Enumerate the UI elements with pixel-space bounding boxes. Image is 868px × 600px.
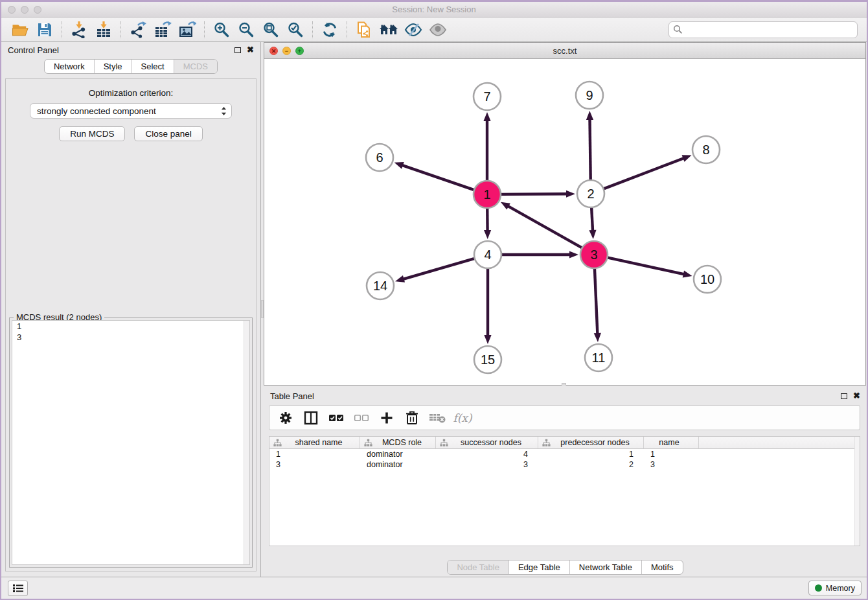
mcds-panel: Optimization criterion: strongly connect… <box>5 78 257 571</box>
function-builder-icon: f(x) <box>454 410 471 426</box>
tab-mcds[interactable]: MCDS <box>174 60 217 73</box>
edge-3-11[interactable] <box>595 269 597 335</box>
network-close-icon[interactable]: ✕ <box>269 47 278 55</box>
column-header-shared-name[interactable]: shared name <box>269 437 360 448</box>
tab-style[interactable]: Style <box>94 60 131 73</box>
memory-button[interactable]: Memory <box>808 581 862 595</box>
edge-4-14[interactable] <box>402 259 474 279</box>
zoom-out-icon[interactable] <box>234 19 258 40</box>
gear-icon[interactable] <box>277 410 294 426</box>
tab-edge-table[interactable]: Edge Table <box>508 560 569 574</box>
task-history-button[interactable] <box>8 581 28 596</box>
window-title: Session: New Session <box>392 5 475 14</box>
table-cell[interactable]: 3 <box>269 460 360 469</box>
network-window-title: scc.txt <box>553 46 577 56</box>
save-session-icon[interactable] <box>32 19 57 40</box>
table-scrollbar[interactable] <box>854 437 860 546</box>
mcds-result-group: MCDS result (2 nodes) 13 <box>9 317 253 568</box>
table-cell[interactable]: 2 <box>538 460 644 469</box>
result-scrollbar[interactable] <box>244 321 249 564</box>
column-header-predecessor-nodes[interactable]: predecessor nodes <box>538 437 644 448</box>
float-panel-icon[interactable] <box>234 47 241 53</box>
column-header-MCDS-role[interactable]: MCDS role <box>360 437 436 448</box>
table-cell[interactable]: 1 <box>644 450 699 459</box>
open-session-icon[interactable] <box>8 19 32 40</box>
network-view-window: ✕ − + scc.txt 7968124314101511 <box>264 42 866 386</box>
edge-arrowhead <box>394 162 404 169</box>
toolbar-separator <box>312 21 313 38</box>
zoom-in-icon[interactable] <box>209 19 234 40</box>
import-network-icon[interactable] <box>67 19 91 40</box>
tab-network-table[interactable]: Network Table <box>569 560 641 574</box>
table-row[interactable]: 1dominator411 <box>269 449 860 459</box>
search-input[interactable] <box>685 25 853 34</box>
edge-arrowhead <box>395 275 405 283</box>
tab-network[interactable]: Network <box>45 60 94 73</box>
memory-status-icon <box>815 584 822 592</box>
tab-motifs[interactable]: Motifs <box>641 560 683 574</box>
search-box[interactable] <box>668 21 858 38</box>
zoom-selected-icon[interactable] <box>283 19 308 40</box>
network-minimize-icon[interactable]: − <box>282 47 291 55</box>
float-table-panel-icon[interactable] <box>841 393 847 399</box>
tab-node-table[interactable]: Node Table <box>448 560 508 574</box>
refresh-layout-icon[interactable] <box>317 19 342 40</box>
hide-graphics-icon[interactable] <box>401 19 426 40</box>
app-window: Session: New Session Control Panel ✖ Net… <box>0 0 868 600</box>
column-header-name[interactable]: name <box>644 437 699 448</box>
close-table-panel-icon[interactable]: ✖ <box>853 393 860 399</box>
unselect-all-checks-icon[interactable] <box>353 410 370 426</box>
edge-2-9[interactable] <box>589 118 590 179</box>
result-item[interactable]: 1 <box>12 321 249 332</box>
import-table-icon[interactable] <box>91 19 116 40</box>
add-column-icon[interactable] <box>378 410 395 426</box>
table-cell[interactable]: dominator <box>360 450 436 459</box>
duplicate-network-icon[interactable] <box>352 19 376 40</box>
network-canvas[interactable]: 7968124314101511 <box>264 59 865 385</box>
select-chevrons-icon <box>221 106 227 116</box>
table-cell[interactable]: 1 <box>538 450 644 459</box>
network-window-titlebar: ✕ − + scc.txt <box>264 43 865 59</box>
optimization-select[interactable]: strongly connected component <box>30 103 232 119</box>
result-item[interactable]: 3 <box>12 332 249 343</box>
column-header-successor-nodes[interactable]: successor nodes <box>436 437 538 448</box>
show-graphics-icon[interactable] <box>426 19 450 40</box>
optimization-select-value: strongly connected component <box>37 106 156 116</box>
edge-3-1[interactable] <box>507 205 581 248</box>
close-window-icon[interactable] <box>8 6 16 14</box>
table-cell[interactable]: 1 <box>269 450 360 459</box>
table-tabs: Node TableEdge TableNetwork TableMotifs <box>447 560 683 575</box>
close-panel-button[interactable]: Close panel <box>134 126 202 141</box>
export-image-icon[interactable] <box>175 19 200 40</box>
edge-1-6[interactable] <box>401 165 474 189</box>
table-panel-header: Table Panel ✖ <box>264 386 867 401</box>
network-zoom-icon[interactable]: + <box>295 47 304 55</box>
node-label-14: 14 <box>373 279 387 293</box>
run-mcds-button[interactable]: Run MCDS <box>59 126 125 141</box>
table-cell[interactable]: 3 <box>644 460 699 469</box>
delete-table-icon <box>429 410 446 426</box>
export-table-icon[interactable] <box>150 19 175 40</box>
table-row[interactable]: 3dominator323 <box>269 459 860 470</box>
table-cell[interactable]: 3 <box>436 460 538 469</box>
edge-3-10[interactable] <box>608 258 685 275</box>
zoom-window-icon[interactable] <box>34 6 41 14</box>
home-layout-icon[interactable] <box>376 19 401 40</box>
table-header-row: shared nameMCDS rolesuccessor nodesprede… <box>269 437 860 449</box>
edge-2-8[interactable] <box>604 157 685 189</box>
close-panel-icon[interactable]: ✖ <box>247 47 254 53</box>
edge-arrowhead <box>569 251 578 258</box>
export-network-icon[interactable] <box>126 19 150 40</box>
zoom-fit-icon[interactable] <box>258 19 283 40</box>
list-icon <box>12 584 24 593</box>
table-cell[interactable]: 4 <box>436 450 538 459</box>
select-all-checks-icon[interactable] <box>328 410 345 426</box>
edge-1-2[interactable] <box>501 194 568 194</box>
minimize-window-icon[interactable] <box>21 6 29 14</box>
table-cell[interactable]: dominator <box>360 460 436 469</box>
mcds-result-list[interactable]: 13 <box>12 320 250 565</box>
split-columns-icon[interactable] <box>303 410 319 426</box>
delete-column-icon[interactable] <box>404 410 420 426</box>
edge-2-3[interactable] <box>591 208 593 232</box>
tab-select[interactable]: Select <box>131 60 174 73</box>
